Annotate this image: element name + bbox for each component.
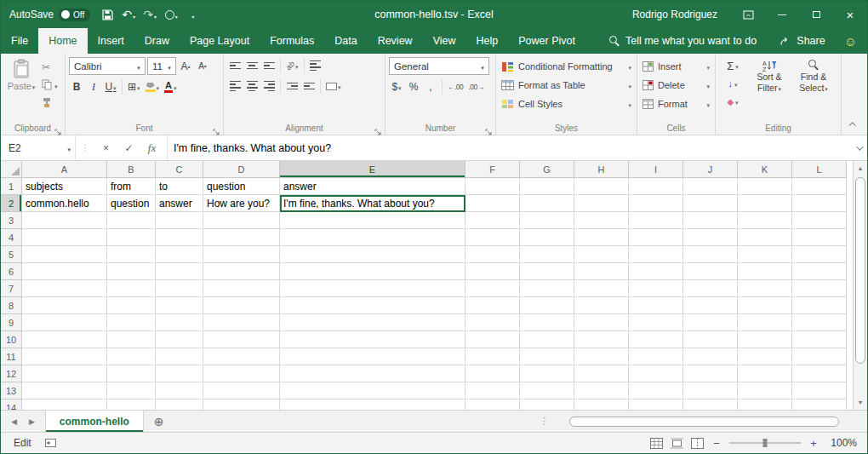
horizontal-scrollbar[interactable]: [554, 411, 867, 432]
cell-E5[interactable]: [280, 246, 465, 263]
format-as-table-button[interactable]: Format as Table: [500, 76, 633, 95]
cell-J10[interactable]: [683, 331, 738, 348]
cell-J5[interactable]: [683, 246, 738, 263]
cell-L10[interactable]: [792, 331, 847, 348]
cell-L11[interactable]: [792, 348, 847, 365]
cell-A3[interactable]: [22, 212, 107, 229]
cell-G5[interactable]: [520, 246, 574, 263]
page-layout-view-button[interactable]: [671, 438, 683, 449]
cell-H14[interactable]: [574, 399, 629, 410]
number-format-select[interactable]: General: [389, 57, 489, 75]
zoom-in-button[interactable]: +: [808, 437, 819, 450]
cell-A8[interactable]: [22, 297, 107, 314]
share-button[interactable]: Share: [771, 28, 833, 54]
bold-button[interactable]: B: [69, 78, 84, 95]
cell-H10[interactable]: [574, 331, 629, 348]
cell-L4[interactable]: [792, 229, 847, 246]
tab-review[interactable]: Review: [368, 28, 423, 54]
font-color-button[interactable]: A: [163, 78, 178, 95]
cell-K10[interactable]: [738, 331, 792, 348]
cell-I10[interactable]: [629, 331, 683, 348]
cell-D3[interactable]: [203, 212, 280, 229]
cell-B3[interactable]: [107, 212, 156, 229]
cell-F10[interactable]: [465, 331, 520, 348]
cell-C14[interactable]: [156, 399, 203, 410]
cell-H1[interactable]: [574, 178, 629, 195]
page-break-view-button[interactable]: [691, 438, 704, 449]
sheet-tab-common-hello[interactable]: common-hello: [45, 411, 144, 432]
cell-B14[interactable]: [107, 399, 156, 410]
row-header-8[interactable]: 8: [1, 297, 22, 314]
cell-F3[interactable]: [465, 212, 520, 229]
cell-H2[interactable]: [574, 195, 629, 212]
cell-G8[interactable]: [520, 297, 574, 314]
cell-J4[interactable]: [683, 229, 738, 246]
cell-H5[interactable]: [574, 246, 629, 263]
column-header-H[interactable]: H: [574, 161, 629, 178]
cell-G13[interactable]: [520, 382, 574, 399]
cell-C3[interactable]: [156, 212, 203, 229]
tab-data[interactable]: Data: [324, 28, 367, 54]
column-header-B[interactable]: B: [107, 161, 156, 178]
cell-K2[interactable]: [738, 195, 792, 212]
cell-K14[interactable]: [738, 399, 792, 410]
minimize-button[interactable]: [765, 1, 799, 28]
cell-A11[interactable]: [22, 348, 107, 365]
cell-G14[interactable]: [520, 399, 574, 410]
cell-B13[interactable]: [107, 382, 156, 399]
percent-style-button[interactable]: %: [406, 78, 421, 95]
cell-C5[interactable]: [156, 246, 203, 263]
cell-K6[interactable]: [738, 263, 792, 280]
cell-B12[interactable]: [107, 365, 156, 382]
cell-E13[interactable]: [280, 382, 465, 399]
zoom-percentage[interactable]: 100%: [826, 437, 857, 449]
delete-cells-button[interactable]: Delete: [641, 76, 711, 95]
clipboard-dialog-launcher[interactable]: [54, 124, 63, 133]
cell-C6[interactable]: [156, 263, 203, 280]
comma-style-button[interactable]: ,: [423, 78, 438, 95]
cell-B1[interactable]: from: [107, 178, 156, 195]
cell-D14[interactable]: [203, 399, 280, 410]
copy-button[interactable]: [40, 77, 60, 93]
column-header-C[interactable]: C: [156, 161, 203, 178]
cell-L3[interactable]: [792, 212, 847, 229]
cell-K9[interactable]: [738, 314, 792, 331]
cell-A10[interactable]: [22, 331, 107, 348]
cell-A12[interactable]: [22, 365, 107, 382]
cell-E7[interactable]: [280, 280, 465, 297]
row-header-2[interactable]: 2: [1, 195, 22, 212]
insert-function-button[interactable]: fx: [140, 135, 163, 160]
cell-H11[interactable]: [574, 348, 629, 365]
cell-F11[interactable]: [465, 348, 520, 365]
customize-qat-button[interactable]: [183, 4, 202, 25]
row-header-6[interactable]: 6: [1, 263, 22, 280]
cell-F2[interactable]: [465, 195, 520, 212]
cell-E9[interactable]: [280, 314, 465, 331]
column-header-D[interactable]: D: [203, 161, 280, 178]
cell-B6[interactable]: [107, 263, 156, 280]
cell-I7[interactable]: [629, 280, 683, 297]
cell-I1[interactable]: [629, 178, 683, 195]
cell-E6[interactable]: [280, 263, 465, 280]
row-header-13[interactable]: 13: [1, 382, 22, 399]
cell-G9[interactable]: [520, 314, 574, 331]
cell-C2[interactable]: answer: [156, 195, 203, 212]
cell-I11[interactable]: [629, 348, 683, 365]
cell-L2[interactable]: [792, 195, 847, 212]
cell-E8[interactable]: [280, 297, 465, 314]
font-dialog-launcher[interactable]: [213, 124, 221, 133]
cell-A7[interactable]: [22, 280, 107, 297]
row-header-7[interactable]: 7: [1, 280, 22, 297]
cell-H9[interactable]: [574, 314, 629, 331]
cell-L8[interactable]: [792, 297, 847, 314]
cell-G7[interactable]: [520, 280, 574, 297]
cell-A6[interactable]: [22, 263, 107, 280]
cell-H6[interactable]: [574, 263, 629, 280]
row-header-10[interactable]: 10: [1, 331, 22, 348]
tab-page-layout[interactable]: Page Layout: [180, 28, 260, 54]
decrease-font-size-button[interactable]: A: [195, 58, 210, 75]
maximize-button[interactable]: [799, 1, 833, 28]
tab-home[interactable]: Home: [38, 28, 87, 54]
cell-J2[interactable]: [683, 195, 738, 212]
cell-J7[interactable]: [683, 280, 738, 297]
